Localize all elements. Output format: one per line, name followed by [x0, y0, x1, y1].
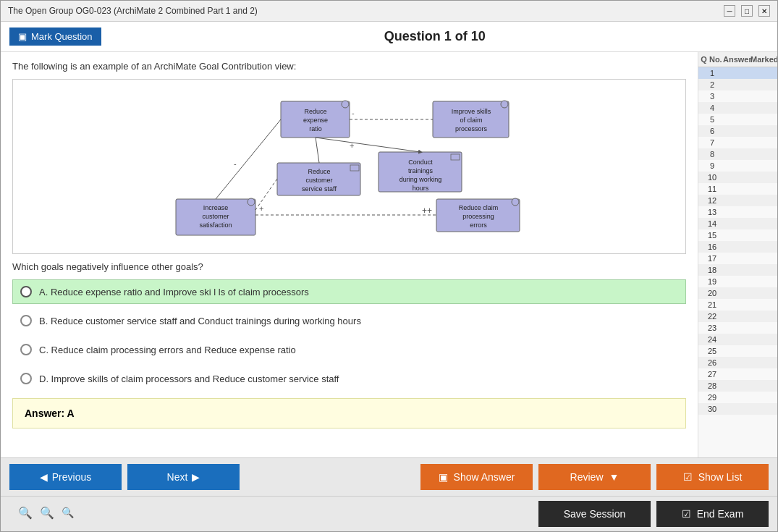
sidebar-row[interactable]: 4 [698, 102, 777, 114]
sidebar-qno: 17 [700, 254, 724, 263]
question-area: The following is an example of an ArchiM… [1, 52, 698, 457]
sidebar-qno: 23 [700, 324, 724, 332]
sidebar-row[interactable]: 8 [698, 148, 777, 160]
sidebar-qno: 29 [700, 393, 724, 402]
sidebar-row[interactable]: 5 [698, 114, 777, 125]
sidebar-row[interactable]: 23 [698, 322, 777, 334]
next-icon: ▶ [192, 471, 200, 483]
option-a[interactable]: A. Reduce expense ratio and Improve ski … [12, 279, 686, 304]
option-b[interactable]: B. Reduce customer service staff and Con… [12, 308, 686, 333]
sidebar-row[interactable]: 14 [698, 218, 777, 229]
sidebar-row[interactable]: 11 [698, 183, 777, 195]
sidebar-row[interactable]: 15 [698, 229, 777, 241]
sidebar-row[interactable]: 17 [698, 253, 777, 264]
question-sidebar: Q No. Answer Marked 1 2 3 4 5 6 [698, 52, 777, 457]
save-session-label: Save Session [564, 508, 626, 520]
sidebar-row[interactable]: 3 [698, 90, 777, 102]
sidebar-row[interactable]: 24 [698, 334, 777, 345]
svg-line-35 [316, 138, 319, 163]
svg-point-1 [342, 101, 349, 108]
save-session-button[interactable]: Save Session [538, 501, 651, 527]
option-d[interactable]: D. Improve skills of claim processors an… [12, 366, 686, 391]
maximize-button[interactable]: □ [741, 5, 753, 17]
sidebar-qno: 18 [700, 266, 724, 274]
mark-question-button[interactable]: ▣ Mark Question [9, 28, 101, 46]
option-c[interactable]: C. Reduce claim processing errors and Re… [12, 337, 686, 362]
sidebar-qno: 25 [700, 347, 724, 355]
archimate-diagram: Reduce expense ratio Improve skills of c… [12, 79, 686, 254]
close-button[interactable]: ✕ [758, 5, 770, 17]
sidebar-row[interactable]: 25 [698, 345, 777, 357]
svg-text:hours: hours [412, 185, 428, 192]
svg-text:processors: processors [454, 125, 487, 132]
sidebar-row[interactable]: 1 [698, 67, 777, 79]
sidebar-header: Q No. Answer Marked [698, 52, 777, 67]
sidebar-row[interactable]: 26 [698, 357, 777, 368]
next-label: Next [167, 471, 188, 483]
zoom-in-button[interactable]: 🔍 [18, 506, 33, 520]
sidebar-row[interactable]: 16 [698, 241, 777, 253]
minimize-button[interactable]: ─ [724, 5, 735, 17]
sidebar-row[interactable]: 27 [698, 368, 777, 380]
answer-options: A. Reduce expense ratio and Improve ski … [12, 279, 686, 391]
zoom-reset-button[interactable]: 🔍 [40, 506, 54, 520]
sidebar-qno: 20 [700, 289, 724, 297]
sidebar-row[interactable]: 9 [698, 160, 777, 172]
svg-rect-17 [350, 165, 359, 171]
sidebar-qno: 13 [700, 208, 724, 216]
radio-d[interactable] [20, 373, 32, 384]
sidebar-row[interactable]: 10 [698, 172, 777, 183]
sidebar-row[interactable]: 2 [698, 79, 777, 90]
sidebar-row[interactable]: 21 [698, 299, 777, 311]
window-title: The Open Group OG0-023 (ArchiMate 2 Comb… [8, 6, 258, 16]
window-controls: ─ □ ✕ [724, 5, 770, 17]
sidebar-row[interactable]: 22 [698, 311, 777, 322]
sidebar-qno: 24 [700, 335, 724, 344]
sidebar-row[interactable]: 20 [698, 287, 777, 299]
option-a-text: A. Reduce expense ratio and Improve ski … [39, 287, 309, 297]
bookmark-icon: ▣ [18, 31, 27, 42]
sidebar-qno: 11 [700, 185, 724, 193]
sidebar-qno: 6 [700, 127, 724, 135]
zoom-out-button[interactable]: 🔍 [62, 507, 74, 518]
sidebar-row[interactable]: 13 [698, 206, 777, 218]
svg-text:++: ++ [422, 206, 432, 216]
svg-point-6 [501, 101, 508, 108]
sidebar-row[interactable]: 12 [698, 195, 777, 206]
previous-button[interactable]: ◀ Previous [9, 464, 122, 490]
prev-label: Previous [52, 471, 91, 483]
sidebar-row[interactable]: 7 [698, 137, 777, 148]
svg-point-22 [248, 198, 255, 206]
show-list-button[interactable]: ☑ Show List [656, 464, 769, 490]
show-answer-label: Show Answer [454, 471, 515, 483]
svg-text:during working: during working [399, 176, 441, 183]
svg-text:+: + [259, 204, 263, 213]
sidebar-qno: 7 [700, 138, 724, 147]
show-list-check-icon: ☑ [683, 471, 693, 483]
prev-icon: ◀ [40, 471, 48, 483]
sidebar-rows: 1 2 3 4 5 6 7 8 [698, 67, 777, 415]
sidebar-row[interactable]: 19 [698, 276, 777, 287]
radio-a[interactable] [20, 286, 32, 297]
sidebar-row[interactable]: 30 [698, 403, 777, 415]
svg-rect-11 [451, 154, 460, 160]
end-exam-button[interactable]: ☑ End Exam [656, 501, 769, 527]
question-title: Question 1 of 10 [101, 29, 769, 44]
radio-b[interactable] [20, 315, 32, 326]
sidebar-row[interactable]: 28 [698, 380, 777, 392]
radio-c[interactable] [20, 344, 32, 355]
sidebar-header-qno: Q No. [700, 55, 723, 64]
svg-text:customer: customer [202, 213, 229, 220]
sidebar-row[interactable]: 29 [698, 392, 777, 403]
sidebar-qno: 22 [700, 312, 724, 321]
option-d-text: D. Improve skills of claim processors an… [39, 373, 339, 384]
second-bottom-bar: 🔍 🔍 🔍 Save Session ☑ End Exam [1, 496, 777, 531]
review-button[interactable]: Review ▼ [538, 464, 651, 490]
sidebar-row[interactable]: 18 [698, 264, 777, 276]
svg-point-27 [512, 198, 519, 206]
show-answer-button[interactable]: ▣ Show Answer [420, 464, 533, 490]
sidebar-qno: 2 [700, 80, 724, 89]
zoom-controls: 🔍 🔍 🔍 [9, 503, 83, 525]
sidebar-row[interactable]: 6 [698, 125, 777, 137]
next-button[interactable]: Next ▶ [127, 464, 240, 490]
